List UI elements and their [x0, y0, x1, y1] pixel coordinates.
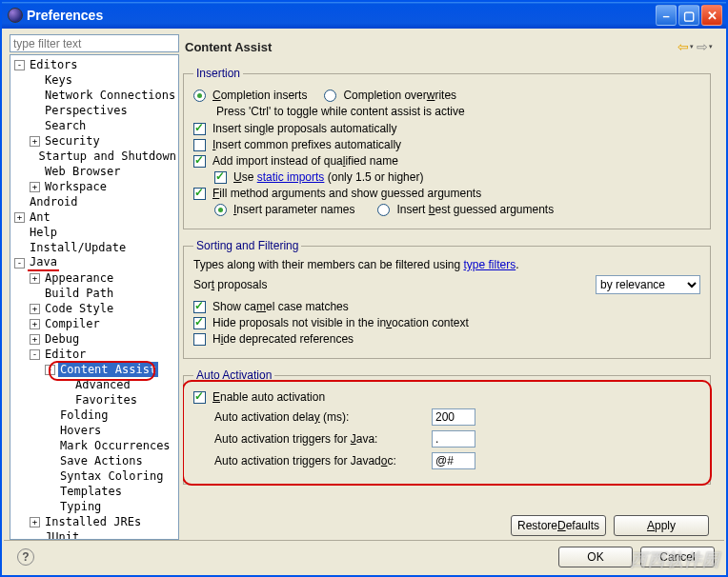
completion-overwrites-radio[interactable]: [324, 90, 336, 102]
tree-item-search[interactable]: Search: [10, 118, 178, 133]
apply-button[interactable]: Apply: [614, 515, 709, 536]
enable-auto-activation-checkbox[interactable]: [193, 391, 206, 404]
tree-item-templates[interactable]: Templates: [10, 484, 178, 499]
tree-item-perspectives[interactable]: Perspectives: [10, 103, 178, 118]
tree-item-label: Code Style: [43, 301, 115, 316]
insert-common-checkbox[interactable]: [193, 139, 206, 151]
tree-twisty: [30, 75, 40, 86]
auto-trig-javadoc-label: Auto activation triggers for Javadoc:: [193, 454, 432, 468]
tree-item-android[interactable]: Android: [10, 194, 178, 209]
use-static-imports-checkbox[interactable]: [214, 171, 227, 184]
tree-twisty[interactable]: -: [14, 60, 25, 70]
tree-item-content-assist[interactable]: -Content Assist: [10, 362, 178, 377]
preferences-tree[interactable]: -EditorsKeysNetwork ConnectionsPerspecti…: [10, 54, 179, 540]
hide-deprecated-checkbox[interactable]: [193, 333, 206, 346]
tree-item-syntax-coloring[interactable]: Syntax Coloring: [10, 468, 178, 484]
tree-twisty[interactable]: +: [30, 182, 40, 192]
tree-item-compiler[interactable]: +Compiler: [10, 316, 178, 331]
tree-item-mark-occurrences[interactable]: Mark Occurrences: [10, 438, 178, 453]
tree-twisty[interactable]: +: [30, 304, 40, 314]
tree-item-keys[interactable]: Keys: [10, 72, 178, 88]
insert-single-checkbox[interactable]: [193, 123, 206, 135]
tree-item-label: Templates: [58, 484, 124, 499]
filter-input[interactable]: [10, 34, 179, 52]
tree-item-folding[interactable]: Folding: [10, 408, 178, 423]
tree-twisty[interactable]: +: [30, 136, 40, 147]
tree-twisty[interactable]: +: [30, 517, 40, 527]
forward-button[interactable]: ⇨▾: [696, 38, 713, 55]
tree-item-debug[interactable]: +Debug: [10, 331, 178, 347]
tree-item-web-browser[interactable]: Web Browser: [10, 164, 178, 179]
tree-item-junit[interactable]: JUnit: [10, 529, 178, 540]
tree-item-advanced[interactable]: Advanced: [10, 377, 178, 392]
tree-twisty: [30, 121, 40, 131]
close-button[interactable]: ✕: [701, 5, 722, 26]
tree-item-build-path[interactable]: Build Path: [10, 286, 178, 301]
show-camel-checkbox[interactable]: [193, 301, 206, 313]
tree-item-label: Typing: [58, 499, 103, 514]
tree-item-security[interactable]: +Security: [10, 133, 178, 149]
tree-item-label: Build Path: [43, 286, 115, 301]
auto-trig-javadoc-input[interactable]: [432, 452, 475, 469]
insert-param-names-radio[interactable]: [214, 204, 227, 216]
tree-item-install-update[interactable]: Install/Update: [10, 240, 178, 255]
tree-twisty: [14, 228, 25, 238]
tree-twisty[interactable]: +: [30, 319, 40, 329]
show-camel-label: Show camel case matches: [212, 300, 349, 313]
tree-item-save-actions[interactable]: Save Actions: [10, 453, 178, 468]
tree-item-installed-jres[interactable]: +Installed JREs: [10, 514, 178, 529]
cancel-button[interactable]: Cancel: [640, 547, 715, 567]
tree-item-appearance[interactable]: +Appearance: [10, 270, 178, 286]
use-static-imports-label: Use static imports (only 1.5 or higher): [233, 170, 423, 184]
tree-item-editor[interactable]: -Editor: [10, 347, 178, 362]
insert-param-names-label: Insert parameter names: [233, 203, 354, 216]
tree-item-label: Favorites: [73, 392, 139, 408]
tree-item-label: Syntax Coloring: [58, 468, 165, 484]
tree-item-editors[interactable]: -Editors: [10, 57, 178, 72]
tree-twisty: [45, 410, 55, 421]
restore-defaults-button[interactable]: Restore Defaults: [511, 515, 606, 536]
add-import-checkbox[interactable]: [193, 155, 206, 168]
insertion-group: Insertion Completion inserts Completion …: [183, 67, 711, 229]
static-imports-link[interactable]: static imports: [257, 170, 325, 184]
maximize-button[interactable]: ▢: [678, 5, 699, 26]
completion-inserts-radio[interactable]: [193, 90, 206, 102]
minimize-button[interactable]: –: [656, 5, 677, 26]
ok-button[interactable]: OK: [558, 547, 633, 567]
help-icon[interactable]: ?: [17, 548, 34, 566]
fill-args-checkbox[interactable]: [193, 188, 206, 200]
tree-item-hovers[interactable]: Hovers: [10, 423, 178, 438]
sort-proposals-combo[interactable]: by relevance: [596, 275, 700, 294]
back-button[interactable]: ⇦▾: [677, 38, 694, 55]
tree-item-favorites[interactable]: Favorites: [10, 392, 178, 408]
type-filters-link[interactable]: type filters: [463, 258, 516, 271]
window-title: Preferences: [27, 8, 656, 23]
tree-item-network-connections[interactable]: Network Connections: [10, 88, 178, 103]
hide-notvis-checkbox[interactable]: [193, 317, 206, 329]
tree-item-label: Ant: [28, 209, 52, 225]
tree-item-workspace[interactable]: +Workspace: [10, 179, 178, 194]
tree-twisty[interactable]: -: [45, 365, 55, 375]
page-title: Content Assist: [185, 40, 675, 54]
tree-twisty[interactable]: +: [30, 334, 40, 345]
tree-item-code-style[interactable]: +Code Style: [10, 301, 178, 316]
hide-notvis-label: Hide proposals not visible in the invoca…: [212, 316, 469, 329]
tree-item-ant[interactable]: +Ant: [10, 209, 178, 225]
tree-item-label: Android: [28, 194, 80, 209]
tree-twisty[interactable]: +: [30, 273, 40, 284]
completion-inserts-label: Completion inserts: [212, 89, 307, 102]
insert-best-guessed-radio[interactable]: [377, 204, 390, 216]
tree-item-help[interactable]: Help: [10, 225, 178, 240]
auto-trig-java-input[interactable]: [432, 430, 475, 448]
tree-item-startup-and-shutdown[interactable]: Startup and Shutdown: [10, 149, 178, 164]
tree-twisty[interactable]: +: [14, 212, 25, 223]
tree-twisty[interactable]: -: [14, 258, 25, 269]
tree-item-label: Appearance: [43, 270, 115, 286]
tree-item-java[interactable]: -Java: [10, 255, 178, 270]
enable-auto-activation-label: Enable auto activation: [212, 390, 325, 404]
tree-item-typing[interactable]: Typing: [10, 499, 178, 514]
titlebar[interactable]: Preferences – ▢ ✕: [2, 2, 726, 29]
tree-twisty[interactable]: -: [30, 349, 40, 360]
tree-item-label: Keys: [43, 72, 74, 88]
auto-delay-input[interactable]: [432, 408, 475, 426]
